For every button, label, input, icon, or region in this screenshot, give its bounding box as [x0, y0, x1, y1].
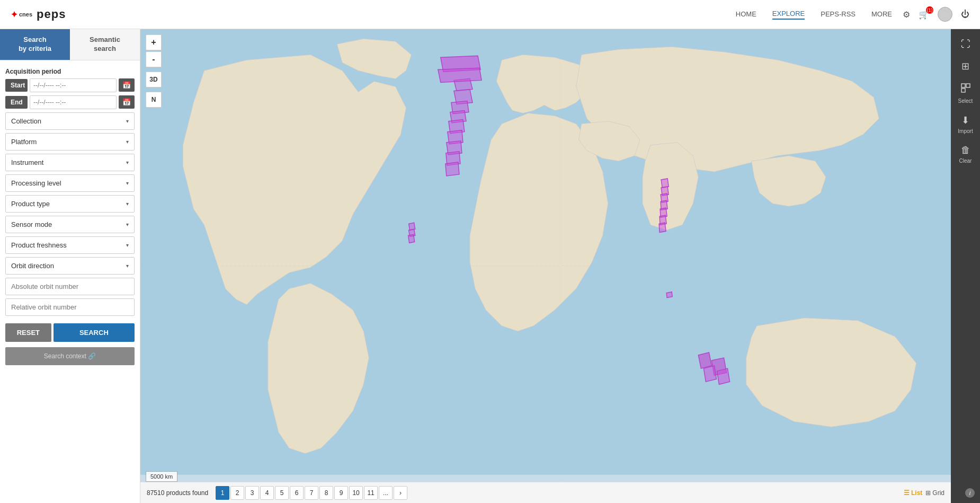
product-type-arrow-icon: ▾	[126, 201, 129, 207]
end-date-row: End 📅	[5, 95, 135, 109]
select-icon	[960, 83, 971, 96]
product-freshness-arrow-icon: ▾	[126, 242, 129, 248]
world-map[interactable]	[140, 29, 980, 503]
page-btn-10[interactable]: 10	[349, 486, 363, 500]
page-btn-next[interactable]: ›	[394, 486, 407, 500]
select-btn[interactable]: Select	[954, 78, 978, 108]
map-north-btn[interactable]: N	[146, 92, 162, 108]
page-btn-2[interactable]: 2	[230, 486, 244, 500]
start-label: Start	[5, 79, 28, 92]
collection-arrow-icon: ▾	[126, 118, 129, 124]
list-label: List	[911, 489, 922, 497]
absolute-orbit-input[interactable]	[5, 278, 135, 295]
import-btn[interactable]: ⬇ Import	[954, 110, 978, 138]
svg-marker-25	[698, 352, 711, 368]
grid-icon: ⊞	[925, 489, 931, 497]
svg-rect-31	[961, 89, 965, 92]
sensor-mode-arrow-icon: ▾	[126, 222, 129, 227]
orbit-direction-arrow-icon: ▾	[126, 263, 129, 269]
page-btn-5[interactable]: 5	[275, 486, 289, 500]
topnav: ✦ cnes peps HOME EXPLORE PEPS-RSS MORE ⚙…	[0, 0, 980, 29]
page-btn-11[interactable]: 11	[364, 486, 378, 500]
cart-icon[interactable]: 🛒 (1)	[919, 10, 929, 20]
settings-icon[interactable]: ⚙	[903, 10, 910, 20]
topnav-icons: ⚙ 🛒 (1) ⏻	[903, 7, 969, 22]
filter-product-freshness[interactable]: Product freshness ▾	[5, 236, 135, 254]
start-calendar-btn[interactable]: 📅	[119, 78, 135, 92]
nav-peps-rss[interactable]: PEPS-RSS	[821, 10, 856, 19]
reset-button[interactable]: RESET	[5, 323, 51, 342]
pagination: 1 2 3 4 5 6 7 8 9 10 11 ... ›	[216, 486, 407, 500]
filter-processing-level-label: Processing level	[11, 179, 61, 187]
nav-links: HOME EXPLORE PEPS-RSS MORE	[736, 10, 892, 20]
clear-btn[interactable]: 🗑 Clear	[954, 140, 978, 168]
page-btn-ellipsis: ...	[379, 486, 393, 500]
fullscreen-btn[interactable]: ⛶	[954, 34, 978, 54]
svg-marker-23	[408, 234, 415, 243]
map-info-btn[interactable]: i	[965, 488, 975, 498]
zoom-in-btn[interactable]: +	[146, 34, 162, 50]
tab-search-by-criteria[interactable]: Searchby criteria	[0, 29, 70, 60]
tab-semantic-search[interactable]: Semanticsearch	[70, 29, 140, 60]
page-btn-7[interactable]: 7	[305, 486, 318, 500]
filter-collection[interactable]: Collection ▾	[5, 112, 135, 130]
relative-orbit-input[interactable]	[5, 298, 135, 316]
filter-product-type-label: Product type	[11, 200, 50, 208]
page-btn-4[interactable]: 4	[260, 486, 274, 500]
main-layout: Searchby criteria Semanticsearch Acquisi…	[0, 29, 980, 503]
search-button[interactable]: SEARCH	[54, 323, 135, 342]
view-grid-btn[interactable]: ⊞ Grid	[925, 489, 945, 497]
results-count: 87510 products found	[147, 489, 208, 497]
nav-explore[interactable]: EXPLORE	[772, 10, 805, 20]
svg-marker-20	[659, 223, 666, 232]
grid-label: Grid	[932, 489, 945, 497]
sidebar-content: Acquisition period Start 📅 End 📅 Collect…	[0, 60, 140, 503]
filter-processing-level[interactable]: Processing level ▾	[5, 174, 135, 192]
filter-platform[interactable]: Platform ▾	[5, 133, 135, 151]
end-calendar-btn[interactable]: 📅	[119, 95, 135, 109]
page-btn-6[interactable]: 6	[290, 486, 304, 500]
nav-more[interactable]: MORE	[871, 10, 892, 19]
filter-sensor-mode[interactable]: Sensor mode ▾	[5, 216, 135, 233]
start-date-input[interactable]	[30, 78, 117, 92]
filter-product-type[interactable]: Product type ▾	[5, 195, 135, 213]
filter-instrument-label: Instrument	[11, 158, 43, 166]
import-icon: ⬇	[961, 114, 969, 126]
svg-marker-28	[717, 368, 729, 384]
search-context-btn[interactable]: Search context 🔗	[5, 347, 135, 365]
map-3d-btn[interactable]: 3D	[146, 72, 162, 87]
clear-icon: 🗑	[961, 145, 970, 156]
cnes-logo: ✦ cnes	[11, 10, 32, 20]
svg-rect-30	[966, 84, 970, 87]
view-list-btn[interactable]: ☰ List	[904, 489, 922, 497]
start-date-row: Start 📅	[5, 78, 135, 92]
instrument-arrow-icon: ▾	[126, 160, 129, 165]
select-label: Select	[958, 98, 973, 104]
svg-marker-11	[446, 162, 459, 176]
view-toggle: ☰ List ⊞ Grid	[904, 489, 945, 497]
peps-logo: peps	[37, 7, 66, 21]
filter-sensor-mode-label: Sensor mode	[11, 220, 52, 228]
page-btn-3[interactable]: 3	[245, 486, 259, 500]
zoom-out-btn[interactable]: -	[146, 51, 162, 67]
sidebar-tabs: Searchby criteria Semanticsearch	[0, 29, 140, 60]
svg-marker-13	[438, 68, 482, 82]
page-btn-9[interactable]: 9	[334, 486, 348, 500]
page-btn-8[interactable]: 8	[319, 486, 333, 500]
filter-orbit-direction[interactable]: Orbit direction ▾	[5, 257, 135, 275]
filter-platform-label: Platform	[11, 138, 37, 146]
filter-instrument[interactable]: Instrument ▾	[5, 154, 135, 171]
end-date-input[interactable]	[30, 95, 117, 109]
power-icon[interactable]: ⏻	[961, 10, 969, 19]
filter-collection-label: Collection	[11, 117, 41, 125]
nav-home[interactable]: HOME	[736, 10, 756, 19]
layers-btn[interactable]: ⊞	[954, 56, 978, 76]
action-buttons: RESET SEARCH	[5, 323, 135, 342]
svg-marker-24	[666, 292, 672, 298]
acquisition-period-label: Acquisition period	[5, 68, 135, 75]
map-area: + - 3D N ⛶ ⊞	[140, 29, 980, 503]
map-scale: 5000 km	[146, 471, 177, 482]
page-btn-1[interactable]: 1	[216, 486, 229, 500]
user-avatar[interactable]	[938, 7, 952, 22]
cart-badge: (1)	[926, 6, 933, 14]
